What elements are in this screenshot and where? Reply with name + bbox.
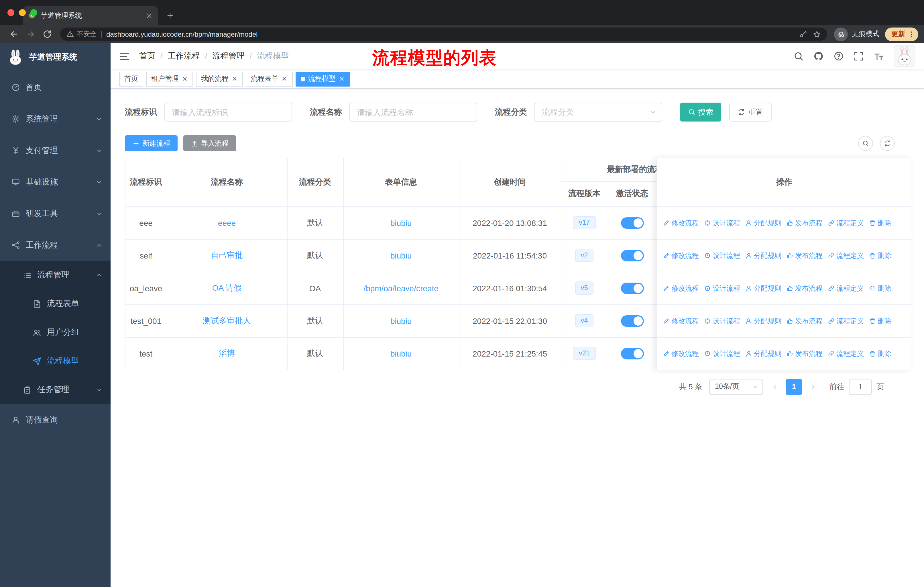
action-design-link[interactable]: 设计流程 xyxy=(704,349,740,359)
action-assign-link[interactable]: 分配规则 xyxy=(745,251,781,261)
action-publish-link[interactable]: 发布流程 xyxy=(787,349,823,359)
action-publish-link[interactable]: 发布流程 xyxy=(787,283,823,293)
page-number-button[interactable]: 1 xyxy=(786,379,802,395)
form-link[interactable]: biubiu xyxy=(390,251,412,260)
github-icon[interactable] xyxy=(813,51,824,61)
action-assign-link[interactable]: 分配规则 xyxy=(745,349,781,359)
header-search-icon[interactable] xyxy=(794,51,804,61)
hamburger-icon[interactable] xyxy=(119,51,130,62)
action-edit-link[interactable]: 修改流程 xyxy=(663,316,699,326)
sidebar-item-workflow[interactable]: 工作流程 xyxy=(0,229,111,261)
sidebar-item-devtools[interactable]: 研发工具 xyxy=(0,198,111,229)
sidebar-logo[interactable]: 芋道管理系统 xyxy=(0,43,111,72)
process-key-input[interactable] xyxy=(164,103,292,122)
window-zoom-button[interactable] xyxy=(30,9,37,16)
sidebar-item-process-form[interactable]: 流程表单 xyxy=(0,289,111,318)
action-assign-link[interactable]: 分配规则 xyxy=(745,283,781,293)
process-name-link[interactable]: OA 请假 xyxy=(212,283,242,292)
action-delete-link[interactable]: 删除 xyxy=(869,251,891,261)
action-edit-link[interactable]: 修改流程 xyxy=(663,283,699,293)
active-toggle[interactable] xyxy=(621,282,644,294)
prev-page-button[interactable] xyxy=(767,379,781,395)
breadcrumb-item-process-manage[interactable]: 流程管理 xyxy=(213,51,257,61)
version-badge[interactable]: v17 xyxy=(573,216,596,229)
sidebar-item-payment[interactable]: 支付管理 xyxy=(0,135,111,166)
action-design-link[interactable]: 设计流程 xyxy=(704,218,740,228)
active-toggle[interactable] xyxy=(621,217,644,228)
window-close-button[interactable] xyxy=(7,9,14,16)
next-page-button[interactable] xyxy=(807,379,820,395)
search-button[interactable]: 搜索 xyxy=(680,103,721,122)
browser-tab[interactable]: 芋道管理系统 xyxy=(23,6,158,25)
action-assign-link[interactable]: 分配规则 xyxy=(745,218,781,228)
action-define-link[interactable]: 流程定义 xyxy=(828,349,864,359)
view-tag[interactable]: 首页 xyxy=(119,71,143,86)
action-publish-link[interactable]: 发布流程 xyxy=(787,316,823,326)
version-badge[interactable]: v21 xyxy=(573,347,596,360)
action-assign-link[interactable]: 分配规则 xyxy=(745,316,781,326)
tag-close-icon[interactable] xyxy=(281,76,287,82)
action-edit-link[interactable]: 修改流程 xyxy=(663,349,699,359)
action-define-link[interactable]: 流程定义 xyxy=(828,316,864,326)
action-define-link[interactable]: 流程定义 xyxy=(828,251,864,261)
process-name-link[interactable]: eeee xyxy=(218,218,236,227)
forward-button[interactable] xyxy=(26,29,36,39)
action-design-link[interactable]: 设计流程 xyxy=(704,251,740,261)
tab-close-icon[interactable] xyxy=(145,12,153,19)
action-define-link[interactable]: 流程定义 xyxy=(828,218,864,228)
active-toggle[interactable] xyxy=(621,315,644,326)
process-name-link[interactable]: 测试多审批人 xyxy=(203,316,251,325)
sidebar-item-infra[interactable]: 基础设施 xyxy=(0,166,111,198)
view-tag[interactable]: 租户管理 xyxy=(146,71,193,86)
reload-button[interactable] xyxy=(42,29,52,39)
user-avatar[interactable] xyxy=(894,45,916,67)
action-delete-link[interactable]: 删除 xyxy=(869,218,891,228)
sidebar-item-home[interactable]: 首页 xyxy=(0,72,111,103)
tag-close-icon[interactable] xyxy=(338,76,345,82)
action-publish-link[interactable]: 发布流程 xyxy=(787,218,823,228)
breadcrumb-item-home[interactable]: 首页 xyxy=(139,51,168,61)
view-tag[interactable]: 我的流程 xyxy=(196,71,243,86)
sidebar-item-task-manage[interactable]: 任务管理 xyxy=(0,375,111,404)
form-link[interactable]: /bpm/oa/leave/create xyxy=(363,283,439,293)
docs-question-icon[interactable] xyxy=(833,51,844,61)
form-link[interactable]: biubiu xyxy=(390,218,412,227)
import-process-button[interactable]: 导入流程 xyxy=(183,135,236,151)
new-tab-button[interactable] xyxy=(166,12,174,20)
view-tag[interactable]: 流程表单 xyxy=(246,71,293,86)
process-name-link[interactable]: 滔博 xyxy=(219,348,235,357)
page-size-select[interactable]: 10条/页 xyxy=(709,379,763,395)
update-button[interactable]: 更新 xyxy=(885,27,918,41)
sidebar-item-system[interactable]: 系统管理 xyxy=(0,103,111,135)
back-button[interactable] xyxy=(9,29,19,39)
action-delete-link[interactable]: 删除 xyxy=(869,349,891,359)
action-delete-link[interactable]: 删除 xyxy=(869,316,891,326)
create-process-button[interactable]: 新建流程 xyxy=(125,135,178,151)
action-design-link[interactable]: 设计流程 xyxy=(704,316,740,326)
active-toggle[interactable] xyxy=(621,250,644,261)
refresh-table-button[interactable] xyxy=(880,136,895,151)
action-delete-link[interactable]: 删除 xyxy=(869,283,891,293)
font-size-icon[interactable] xyxy=(874,51,884,61)
sidebar-item-leave-query[interactable]: 请假查询 xyxy=(0,404,111,436)
process-name-link[interactable]: 自己审批 xyxy=(211,250,243,260)
goto-page-input[interactable] xyxy=(849,379,872,395)
category-select[interactable]: 流程分类 xyxy=(535,103,662,122)
tag-close-icon[interactable] xyxy=(231,76,238,82)
action-define-link[interactable]: 流程定义 xyxy=(828,283,864,293)
password-key-icon[interactable] xyxy=(799,30,807,38)
breadcrumb-item-workflow[interactable]: 工作流程 xyxy=(168,51,213,61)
browser-menu-icon[interactable] xyxy=(908,30,916,38)
window-minimize-button[interactable] xyxy=(19,9,26,16)
url-bar[interactable]: 不安全 dashboard.yudao.iocoder.cn/bpm/manag… xyxy=(60,28,827,41)
action-edit-link[interactable]: 修改流程 xyxy=(663,251,699,261)
form-link[interactable]: biubiu xyxy=(390,349,412,358)
form-link[interactable]: biubiu xyxy=(390,316,412,325)
bookmark-star-icon[interactable] xyxy=(813,30,821,38)
version-badge[interactable]: v4 xyxy=(575,314,594,327)
reset-button[interactable]: 重置 xyxy=(729,103,772,122)
sidebar-item-process-model[interactable]: 流程模型 xyxy=(0,347,111,375)
version-badge[interactable]: v2 xyxy=(575,249,594,262)
active-toggle[interactable] xyxy=(621,348,644,359)
security-warning-icon[interactable] xyxy=(66,30,74,38)
